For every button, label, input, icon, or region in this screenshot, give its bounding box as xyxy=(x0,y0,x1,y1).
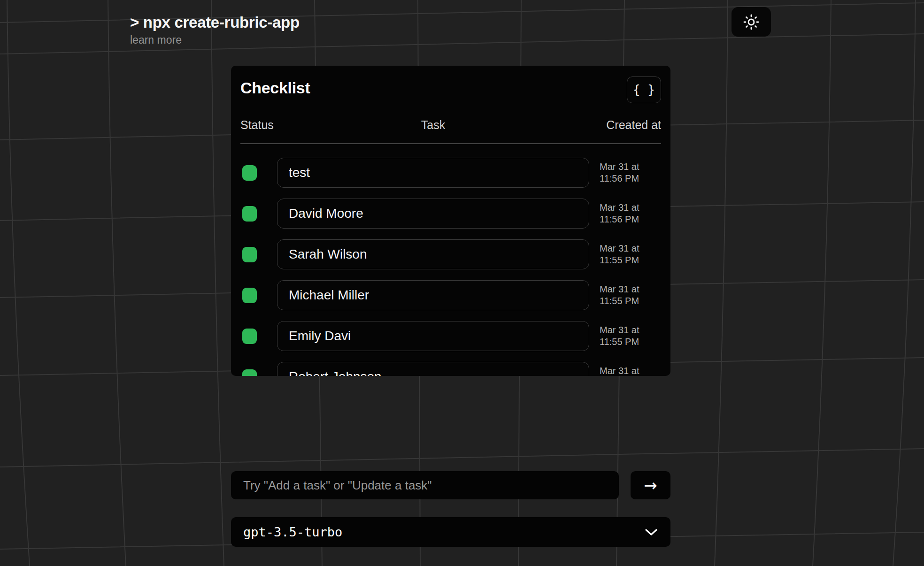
header: > npx create-rubric-app learn more xyxy=(130,14,300,46)
header-divider xyxy=(240,143,661,144)
task-name-input[interactable] xyxy=(277,321,589,351)
task-status-checkbox[interactable] xyxy=(242,329,257,344)
task-row: Mar 31 at 11:55 PM xyxy=(240,362,661,376)
task-status-checkbox[interactable] xyxy=(242,288,257,303)
task-name-input[interactable] xyxy=(277,239,589,269)
task-status-checkbox[interactable] xyxy=(242,369,257,376)
task-row: Mar 31 at 11:55 PM xyxy=(240,280,661,310)
task-row: Mar 31 at 11:56 PM xyxy=(240,158,661,188)
learn-more-link[interactable]: learn more xyxy=(130,35,182,46)
task-name-input[interactable] xyxy=(277,199,589,229)
sun-icon xyxy=(742,13,760,31)
submit-button[interactable]: → xyxy=(631,471,670,499)
task-status-checkbox[interactable] xyxy=(242,247,257,262)
task-name-input[interactable] xyxy=(277,362,589,376)
task-created-at: Mar 31 at 11:56 PM xyxy=(589,202,661,225)
task-status-checkbox[interactable] xyxy=(242,206,257,222)
chevron-down-icon xyxy=(644,528,658,536)
theme-toggle-button[interactable] xyxy=(732,7,771,37)
task-created-at: Mar 31 at 11:55 PM xyxy=(589,324,661,348)
task-list: Mar 31 at 11:56 PM Mar 31 at 11:56 PM Ma… xyxy=(240,158,661,376)
arrow-right-icon: → xyxy=(644,477,657,493)
task-name-input[interactable] xyxy=(277,280,589,310)
task-created-at: Mar 31 at 11:55 PM xyxy=(589,243,661,266)
command-input[interactable] xyxy=(231,471,619,499)
task-created-at: Mar 31 at 11:55 PM xyxy=(589,283,661,307)
column-header-task: Task xyxy=(277,118,589,132)
task-name-input[interactable] xyxy=(277,158,589,188)
model-select-value: gpt-3.5-turbo xyxy=(243,525,342,539)
task-row: Mar 31 at 11:56 PM xyxy=(240,199,661,229)
column-header-status: Status xyxy=(240,118,277,132)
page-title: > npx create-rubric-app xyxy=(130,14,300,31)
task-status-checkbox[interactable] xyxy=(242,165,257,181)
json-view-button[interactable]: { } xyxy=(627,76,661,103)
checklist-card: Checklist { } Status Task Created at Mar… xyxy=(231,66,670,376)
task-row: Mar 31 at 11:55 PM xyxy=(240,321,661,351)
card-title: Checklist xyxy=(240,79,310,97)
column-headers: Status Task Created at xyxy=(240,118,661,132)
task-created-at: Mar 31 at 11:56 PM xyxy=(589,161,661,184)
task-created-at: Mar 31 at 11:55 PM xyxy=(589,365,661,376)
column-header-created-at: Created at xyxy=(589,118,661,132)
model-select[interactable]: gpt-3.5-turbo xyxy=(231,517,670,547)
task-row: Mar 31 at 11:55 PM xyxy=(240,239,661,269)
